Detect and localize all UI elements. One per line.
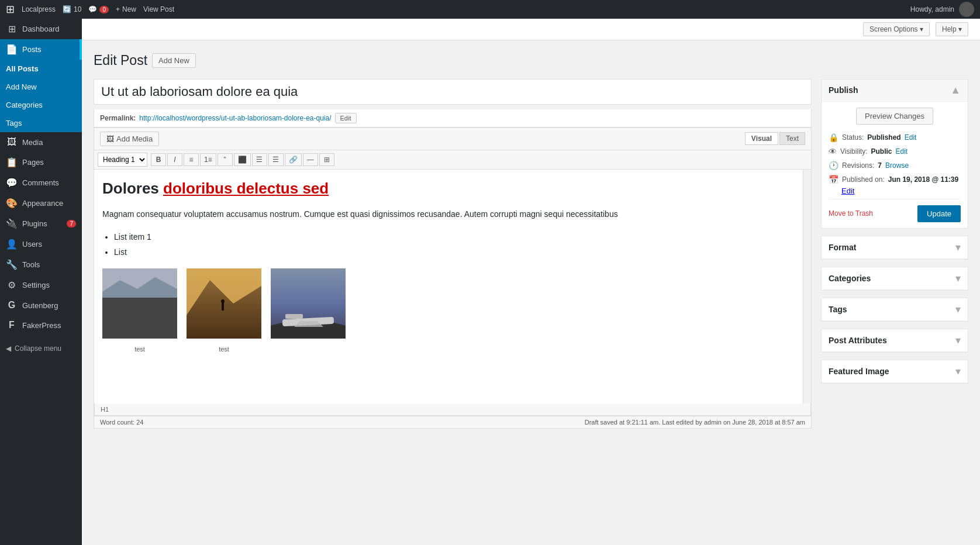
- adminbar-updates[interactable]: 🔄 10: [63, 5, 81, 13]
- post-title-input[interactable]: [94, 79, 812, 105]
- title-wrap: [94, 79, 812, 105]
- adminbar-comments[interactable]: 💬 0: [88, 5, 109, 13]
- admin-menu: ⊞Dashboard 📄Posts All Posts Add New Cate…: [0, 19, 82, 335]
- text-tab[interactable]: Text: [779, 132, 805, 145]
- published-row: 📅 Published on: Jun 19, 2018 @ 11:39: [829, 173, 961, 187]
- align-right-button[interactable]: ☰: [268, 153, 284, 166]
- post-attributes-toggle-icon[interactable]: ▾: [955, 334, 961, 347]
- sidebar-item-plugins[interactable]: 🔌Plugins7: [0, 213, 82, 234]
- preview-changes-button[interactable]: Preview Changes: [856, 108, 933, 125]
- tags-box-header[interactable]: Tags ▾: [822, 298, 968, 321]
- heading-select[interactable]: Heading 1: [98, 153, 147, 167]
- adminbar-site-name[interactable]: Localpress: [22, 5, 56, 13]
- adminbar-view-post[interactable]: View Post: [143, 5, 174, 13]
- wp-wrap: ⊞Dashboard 📄Posts All Posts Add New Cate…: [0, 19, 980, 545]
- published-edit-link[interactable]: Edit: [841, 187, 854, 195]
- featured-image-toggle-icon[interactable]: ▾: [955, 365, 961, 378]
- status-icon: 🔒: [829, 133, 838, 142]
- unordered-list-button[interactable]: ≡: [184, 153, 199, 166]
- visual-tab[interactable]: Visual: [745, 132, 778, 145]
- permalink-label: Permalink:: [100, 114, 136, 122]
- editor-image-2-caption: test: [187, 344, 261, 355]
- editor-image-1: [102, 268, 177, 339]
- visibility-edit-link[interactable]: Edit: [895, 147, 907, 156]
- align-left-button[interactable]: ⬛: [234, 153, 251, 166]
- editor-image-3: [271, 268, 346, 339]
- add-new-button[interactable]: Add New: [152, 53, 196, 68]
- publish-box-header[interactable]: Publish ▲: [822, 80, 968, 102]
- title-div: [94, 79, 812, 105]
- sidebar-item-gutenberg[interactable]: GGutenberg: [0, 295, 82, 315]
- categories-toggle-icon[interactable]: ▾: [955, 272, 961, 285]
- ordered-list-button[interactable]: 1≡: [200, 153, 216, 166]
- update-button[interactable]: Update: [917, 205, 961, 222]
- revisions-row: 🕐 Revisions: 7 Browse: [829, 158, 961, 173]
- collapse-menu-button[interactable]: ◀ Collapse menu: [0, 340, 82, 357]
- help-button[interactable]: Help: [936, 22, 968, 36]
- screen-options-button[interactable]: Screen Options: [863, 22, 930, 36]
- sidebar-item-tools[interactable]: 🔧Tools: [0, 254, 82, 275]
- editor-scrollbar[interactable]: [803, 170, 811, 403]
- sidebar-item-pages[interactable]: 📋Pages: [0, 152, 82, 173]
- revisions-browse-link[interactable]: Browse: [885, 161, 909, 170]
- status-value: Published: [867, 133, 900, 142]
- postbox-container: Publish ▲ Preview Changes 🔒 Status: Publ…: [821, 79, 968, 429]
- sidebar-item-media[interactable]: 🖼Media: [0, 132, 82, 152]
- tags-toggle-icon[interactable]: ▾: [955, 303, 961, 316]
- editor-image-2-wrap: test: [187, 268, 261, 355]
- add-media-icon: 🖼: [106, 134, 114, 143]
- add-media-button[interactable]: 🖼 Add Media: [100, 132, 159, 146]
- editor-list: List item 1 List: [114, 230, 803, 259]
- status-edit-link[interactable]: Edit: [905, 133, 917, 142]
- align-center-button[interactable]: ☰: [252, 153, 267, 166]
- revisions-count: 7: [878, 161, 882, 170]
- sidebar-item-comments[interactable]: 💬Comments: [0, 173, 82, 193]
- format-box-header[interactable]: Format ▾: [822, 236, 968, 259]
- format-toggle-icon[interactable]: ▾: [955, 241, 961, 254]
- categories-box-header[interactable]: Categories ▾: [822, 267, 968, 290]
- more-button[interactable]: —: [303, 153, 318, 166]
- permalink-bar: Permalink: http://localhost/wordpress/ut…: [94, 109, 812, 127]
- bold-button[interactable]: B: [151, 153, 166, 166]
- sidebar-item-users[interactable]: 👤Users: [0, 234, 82, 254]
- posts-submenu: All Posts Add New Categories Tags: [0, 60, 82, 132]
- italic-button[interactable]: I: [167, 153, 182, 166]
- status-label: Status:: [842, 133, 864, 142]
- status-row: 🔒 Status: Published Edit: [829, 130, 961, 144]
- move-to-trash-link[interactable]: Move to Trash: [829, 209, 873, 218]
- sidebar-item-appearance[interactable]: 🎨Appearance: [0, 193, 82, 213]
- sidebar-item-fakerpress[interactable]: FFakerPress: [0, 315, 82, 335]
- post-stuff: Permalink: http://localhost/wordpress/ut…: [94, 79, 968, 429]
- wp-logo-icon[interactable]: ⊞: [6, 3, 15, 16]
- tags-box-title: Tags: [829, 305, 847, 314]
- featured-image-box-header[interactable]: Featured Image ▾: [822, 360, 968, 383]
- sidebar-item-posts[interactable]: 📄Posts All Posts Add New Categories Tags: [0, 39, 82, 132]
- blockquote-button[interactable]: ": [218, 153, 233, 166]
- sidebar-item-dashboard[interactable]: ⊞Dashboard: [0, 19, 82, 39]
- table-button[interactable]: ⊞: [319, 153, 334, 166]
- editor-wrap: Dolores doloribus delectus sed Magnam co…: [94, 169, 812, 416]
- visibility-value: Public: [871, 147, 892, 156]
- permalink-link[interactable]: http://localhost/wordpress/ut-ut-ab-labo…: [139, 114, 331, 122]
- sidebar-item-settings[interactable]: ⚙Settings: [0, 275, 82, 295]
- publish-toggle-icon[interactable]: ▲: [950, 84, 961, 96]
- post-attributes-box-header[interactable]: Post Attributes ▾: [822, 329, 968, 352]
- adminbar-new[interactable]: + New: [116, 5, 136, 13]
- publish-box-body: Preview Changes 🔒 Status: Published Edit…: [822, 102, 968, 228]
- sidebar-item-add-new[interactable]: Add New: [0, 78, 82, 96]
- link-button[interactable]: 🔗: [285, 153, 302, 166]
- editor-heading: Dolores doloribus delectus sed: [102, 177, 803, 201]
- editor-statusbar: H1: [94, 403, 811, 416]
- word-count-bar: Word count: 24 Draft saved at 9:21:11 am…: [94, 416, 812, 429]
- visibility-row: 👁 Visibility: Public Edit: [829, 144, 961, 158]
- sidebar-item-all-posts[interactable]: All Posts: [0, 60, 82, 78]
- sidebar-item-tags[interactable]: Tags: [0, 114, 82, 132]
- format-box: Format ▾: [821, 236, 968, 260]
- editor-body-text: Magnam consequatur voluptatem accusamus …: [102, 208, 803, 220]
- editor-images: test: [102, 268, 803, 355]
- editor-content[interactable]: Dolores doloribus delectus sed Magnam co…: [94, 170, 811, 403]
- permalink-edit-button[interactable]: Edit: [335, 113, 357, 123]
- calendar-icon: 📅: [829, 175, 838, 184]
- svg-rect-6: [102, 298, 177, 339]
- sidebar-item-categories[interactable]: Categories: [0, 96, 82, 114]
